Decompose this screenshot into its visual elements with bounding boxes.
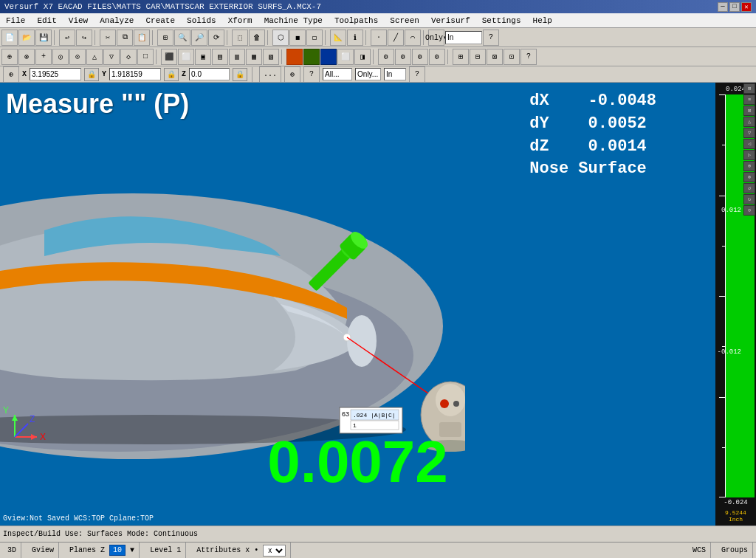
analyze-button[interactable]: 📐 (330, 30, 346, 46)
unit-select[interactable] (384, 68, 406, 80)
close-button[interactable]: ✕ (741, 2, 752, 12)
menu-toolpaths[interactable]: Toolpaths (329, 13, 384, 27)
extra-input1[interactable] (323, 68, 352, 80)
attributes-dropdown[interactable]: x (263, 545, 286, 557)
snap-btn2[interactable]: ⊗ (18, 49, 35, 65)
redo-button[interactable]: ↪ (76, 30, 92, 46)
misc-btn3[interactable]: ⚙ (412, 49, 428, 65)
snap-btn1[interactable]: ⊕ (1, 49, 18, 65)
scale-btn3[interactable]: ⊠ (743, 106, 755, 116)
scale-btn11[interactable]: ↻ (743, 194, 755, 204)
scale-btn10[interactable]: ↺ (743, 183, 755, 193)
new-button[interactable]: 📄 (1, 30, 18, 46)
snap-btn6[interactable]: △ (86, 49, 103, 65)
view-btn2[interactable]: ⬜ (178, 49, 194, 65)
paste-button[interactable]: 📋 (134, 30, 150, 46)
color-btn5[interactable]: ◨ (354, 49, 371, 65)
x-lock-btn[interactable]: 🔒 (84, 68, 99, 81)
hidden-button[interactable]: ◻ (306, 30, 323, 46)
z-lock-btn[interactable]: 🔒 (233, 68, 247, 81)
view-btn6[interactable]: ▦ (246, 49, 262, 65)
scale-btn6[interactable]: ◁ (743, 139, 755, 149)
menu-machine-type[interactable]: Machine Type (258, 13, 329, 27)
undo-button[interactable]: ↩ (59, 30, 75, 46)
status-groups[interactable]: Groups (717, 542, 753, 558)
z-coord-input[interactable] (189, 68, 230, 80)
arc-button[interactable]: ⌒ (405, 30, 421, 46)
view-btn4[interactable]: ▤ (212, 49, 228, 65)
snap-btn4[interactable]: ◎ (52, 49, 69, 65)
misc-btn2[interactable]: ⚙ (395, 49, 411, 65)
snap-btn9[interactable]: □ (137, 49, 154, 65)
open-button[interactable]: 📂 (18, 30, 35, 46)
only-dropdown[interactable]: Only▾ (428, 30, 444, 46)
color-btn3[interactable] (320, 49, 337, 65)
scale-btn12[interactable]: ⊙ (743, 205, 755, 216)
menu-screen[interactable]: Screen (384, 13, 425, 27)
misc-btn7[interactable]: ⊠ (487, 49, 503, 65)
menu-verisurf[interactable]: Verisurf (425, 13, 476, 27)
cut-button[interactable]: ✂ (100, 30, 116, 46)
select-button[interactable]: ⬚ (232, 30, 248, 46)
rotate-button[interactable]: ⟳ (208, 30, 224, 46)
question-btn2[interactable]: ? (520, 49, 537, 65)
coord-extra-btn[interactable]: ? (409, 66, 425, 83)
misc-btn8[interactable]: ⊡ (504, 49, 520, 65)
save-button[interactable]: 💾 (35, 30, 52, 46)
snap-btn3[interactable]: + (35, 49, 52, 65)
status-wcs[interactable]: WCS (688, 542, 711, 558)
misc-btn4[interactable]: ⚙ (429, 49, 445, 65)
menu-edit[interactable]: Edit (31, 13, 62, 27)
coord-btn1[interactable]: ... (259, 66, 281, 83)
view-btn5[interactable]: ▥ (229, 49, 245, 65)
menu-help[interactable]: Help (527, 13, 558, 27)
scale-btn1[interactable]: ⊞ (743, 83, 755, 94)
coord-settings-btn[interactable]: ⊕ (3, 66, 19, 83)
copy-button[interactable]: ⧉ (117, 30, 133, 46)
menu-settings[interactable]: Settings (476, 13, 527, 27)
wireframe-button[interactable]: ⬡ (272, 30, 289, 46)
coord-btn3[interactable]: ? (303, 66, 320, 83)
coord-btn2[interactable]: ⊕ (284, 66, 300, 83)
viewport[interactable]: X Y Z 63 .024 |A|B|C| 1 (0, 83, 715, 526)
menu-view[interactable]: View (63, 13, 94, 27)
y-coord-input[interactable] (109, 68, 161, 80)
minimize-button[interactable]: ─ (718, 2, 728, 12)
zoom-out-button[interactable]: 🔎 (191, 30, 207, 46)
scale-btn4[interactable]: △ (743, 117, 755, 127)
x-coord-input[interactable] (30, 68, 81, 80)
properties-button[interactable]: ℹ (347, 30, 363, 46)
maximize-button[interactable]: □ (729, 2, 740, 12)
zoom-in-button[interactable]: 🔍 (174, 30, 190, 46)
snap-btn5[interactable]: ⊙ (69, 49, 86, 65)
question-button[interactable]: ? (483, 30, 499, 46)
delete-button[interactable]: 🗑 (249, 30, 265, 46)
misc-btn6[interactable]: ⊟ (470, 49, 486, 65)
scale-btn8[interactable]: ⊕ (743, 161, 755, 171)
misc-btn1[interactable]: ⚙ (378, 49, 394, 65)
color-btn1[interactable] (286, 49, 303, 65)
menu-analyze[interactable]: Analyze (94, 13, 140, 27)
shaded-button[interactable]: ◼ (289, 30, 306, 46)
zoom-fit-button[interactable]: ⊞ (157, 30, 173, 46)
menu-file[interactable]: File (0, 13, 31, 27)
scale-btn9[interactable]: ⊗ (743, 172, 755, 182)
view-btn7[interactable]: ▧ (263, 49, 279, 65)
scale-btn7[interactable]: ▷ (743, 150, 755, 160)
menu-xform[interactable]: Xform (222, 13, 258, 27)
scale-btn2[interactable]: ≡ (743, 94, 755, 105)
color-btn2[interactable] (303, 49, 320, 65)
misc-btn5[interactable]: ⊞ (453, 49, 469, 65)
y-lock-btn[interactable]: 🔒 (164, 68, 179, 81)
view-btn3[interactable]: ▣ (195, 49, 211, 65)
color-btn4[interactable]: ⬜ (337, 49, 354, 65)
menu-solids[interactable]: Solids (181, 13, 222, 27)
unit-input[interactable] (445, 31, 482, 44)
line-button[interactable]: ╱ (388, 30, 404, 46)
point-button[interactable]: · (371, 30, 387, 46)
snap-btn7[interactable]: ▽ (103, 49, 120, 65)
scale-btn5[interactable]: ▽ (743, 128, 755, 138)
menu-create[interactable]: Create (140, 13, 181, 27)
extra-input2[interactable] (355, 68, 381, 80)
view-btn1[interactable]: ⬛ (161, 49, 177, 65)
